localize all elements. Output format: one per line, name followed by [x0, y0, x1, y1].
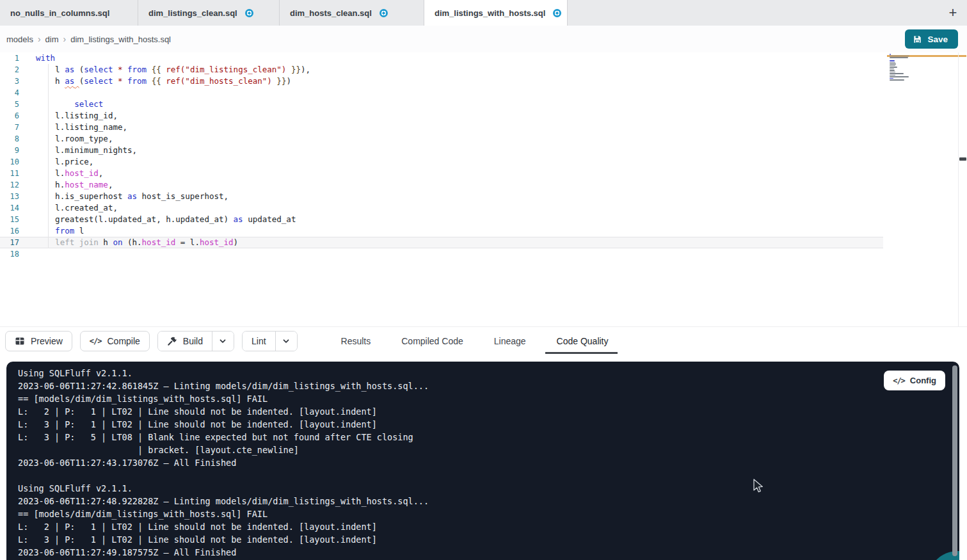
code-line[interactable]: 8 l.room_type, — [0, 133, 883, 145]
compile-button[interactable]: </> Compile — [80, 331, 150, 351]
line-number: 14 — [0, 202, 19, 214]
breadcrumb-segment[interactable]: dim — [45, 35, 59, 44]
code-token: on — [113, 237, 122, 247]
code-line[interactable]: 1with — [0, 52, 883, 64]
lint-split-button: Lint — [242, 331, 298, 351]
lint-button[interactable]: Lint — [243, 332, 275, 351]
line-number: 6 — [0, 110, 19, 122]
code-token — [36, 237, 55, 247]
lint-output-terminal[interactable]: Using SQLFluff v2.1.1.2023-06-06T11:27:4… — [6, 362, 959, 560]
code-token: {{ — [152, 76, 166, 86]
code-token — [113, 65, 118, 74]
breadcrumb-segment[interactable]: dim_listings_with_hosts.sql — [70, 35, 171, 44]
tab-results[interactable]: Results — [335, 327, 378, 355]
terminal-line: L: 3 | P: 1 | LT02 | Line should not be … — [18, 533, 429, 546]
code-token: * — [118, 65, 123, 74]
config-button[interactable]: </> Config — [884, 371, 945, 390]
code-token: greatest(l.updated_at, h.updated_at) — [36, 214, 234, 224]
code-icon: </> — [893, 376, 905, 385]
code-token: l — [74, 226, 84, 236]
save-label: Save — [927, 35, 948, 44]
indent-guide — [48, 64, 49, 248]
save-button[interactable]: Save — [905, 29, 958, 49]
code-line[interactable]: 12 h.host_name, — [0, 179, 883, 191]
breadcrumb: models›dim›dim_listings_with_hosts.sql — [6, 26, 171, 52]
code-token: (h. — [122, 237, 141, 247]
code-line[interactable]: 5 select — [0, 99, 883, 110]
minimap-line — [890, 75, 895, 76]
file-tab[interactable]: no_nulls_in_columns.sql — [0, 0, 138, 26]
terminal-line: L: 3 | P: 1 | LT02 | Line should not be … — [18, 418, 429, 431]
terminal-line: 2023-06-06T11:27:48.922828Z — Linting mo… — [18, 495, 429, 508]
terminal-output: Using SQLFluff v2.1.1.2023-06-06T11:27:4… — [18, 367, 429, 559]
terminal-line: L: 3 | P: 5 | LT08 | Blank line expected… — [18, 431, 429, 444]
sql-editor[interactable]: 1with2 l as (select * from {{ ref("dim_l… — [0, 52, 967, 326]
code-token: h — [36, 76, 65, 86]
breadcrumb-segment[interactable]: models — [6, 35, 33, 44]
code-token: ), — [301, 65, 310, 74]
modified-dot-icon — [245, 9, 253, 17]
code-line[interactable]: 16 from l — [0, 225, 883, 237]
line-number: 17 — [0, 237, 19, 248]
code-line[interactable]: 15 greatest(l.updated_at, h.updated_at) … — [0, 214, 883, 225]
code-line[interactable]: 3 h as (select * from {{ ref("dim_hosts_… — [0, 76, 883, 87]
terminal-line: Using SQLFluff v2.1.1. — [18, 482, 429, 495]
minimap-line — [890, 76, 909, 77]
code-line[interactable]: 13 h.is_superhost as host_is_superhost, — [0, 191, 883, 202]
code-token: h. — [36, 180, 65, 189]
tab-compiled-code[interactable]: Compiled Code — [395, 327, 470, 355]
line-number: 11 — [0, 168, 19, 179]
code-token — [147, 65, 152, 74]
modified-dot-icon — [553, 9, 561, 17]
terminal-line: 2023-06-06T11:27:43.173076Z — All Finish… — [18, 456, 429, 469]
config-label: Config — [910, 376, 936, 385]
code-token: l. — [36, 168, 65, 178]
code-token: updated_at — [243, 214, 296, 224]
code-line[interactable]: 10 l.price, — [0, 156, 883, 168]
minimap-line — [890, 78, 893, 79]
panel-tabs: Results Compiled Code Lineage Code Quali… — [326, 327, 624, 355]
save-floppy-icon — [913, 35, 922, 44]
code-line[interactable]: 7 l.listing_name, — [0, 122, 883, 133]
build-button[interactable]: Build — [158, 332, 212, 351]
tab-code-quality[interactable]: Code Quality — [550, 327, 615, 355]
code-token — [123, 76, 128, 86]
code-text: left join h on (h.host_id = l.host_id) — [36, 237, 238, 248]
code-line[interactable]: 9 l.minimum_nights, — [0, 145, 883, 156]
code-line[interactable]: 4 — [0, 87, 883, 99]
minimap-line — [890, 57, 908, 58]
line-number: 16 — [0, 225, 19, 237]
code-text: greatest(l.updated_at, h.updated_at) as … — [36, 214, 296, 225]
code-token: ref("dim_hosts_clean") — [166, 76, 272, 86]
file-tab[interactable]: dim_listings_with_hosts.sql — [424, 0, 568, 26]
file-tab[interactable]: dim_hosts_clean.sql — [280, 0, 424, 26]
preview-button[interactable]: Preview — [5, 331, 72, 351]
code-line[interactable]: 6 l.listing_id, — [0, 110, 883, 122]
code-line[interactable]: 17 left join h on (h.host_id = l.host_id… — [0, 237, 883, 248]
build-dropdown-button[interactable] — [212, 332, 234, 351]
code-token: as — [127, 191, 137, 201]
new-tab-button[interactable]: + — [944, 4, 962, 22]
lint-label: Lint — [252, 336, 266, 346]
code-token: }} — [272, 76, 287, 86]
terminal-scrollbar[interactable] — [952, 365, 957, 556]
code-line[interactable]: 11 l.host_id, — [0, 168, 883, 179]
code-line[interactable]: 2 l as (select * from {{ ref("dim_listin… — [0, 64, 883, 76]
file-tab[interactable]: dim_listings_clean.sql — [138, 0, 280, 26]
code-token: from — [127, 65, 147, 74]
code-token: l.price, — [36, 157, 93, 166]
code-text: l as (select * from {{ ref("dim_listings… — [36, 64, 310, 76]
editor-scrollbar-marker[interactable] — [959, 157, 966, 161]
line-number: 18 — [0, 248, 19, 260]
lint-dropdown-button[interactable] — [275, 332, 297, 351]
code-token: ) — [234, 237, 239, 247]
line-number: 3 — [0, 76, 19, 87]
tab-lineage[interactable]: Lineage — [488, 327, 532, 355]
code-token: host_id — [200, 237, 234, 247]
editor-minimap[interactable] — [888, 54, 934, 137]
code-line[interactable]: 14 l.created_at, — [0, 202, 883, 214]
editor-tab-bar: no_nulls_in_columns.sqldim_listings_clea… — [0, 0, 967, 26]
code-line[interactable]: 18 — [0, 248, 883, 260]
code-token: from — [55, 226, 74, 236]
code-token: ) — [286, 76, 291, 86]
